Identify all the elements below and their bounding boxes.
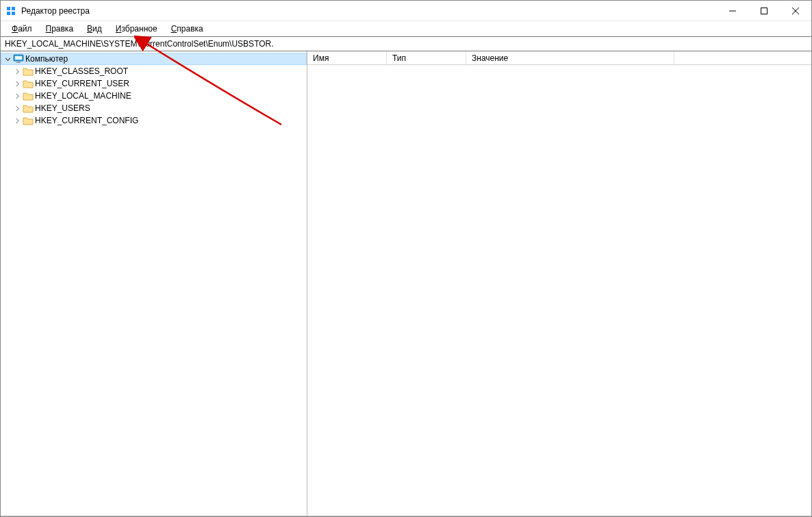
chevron-down-icon[interactable] — [3, 56, 12, 62]
tree-item-label: HKEY_CURRENT_CONFIG — [35, 116, 138, 125]
tree-item-label: HKEY_CURRENT_USER — [35, 79, 129, 88]
tree-item-label: HKEY_LOCAL_MACHINE — [35, 91, 131, 101]
tree-item-label: HKEY_CLASSES_ROOT — [35, 66, 128, 76]
minimize-button[interactable] — [717, 1, 748, 21]
chevron-right-icon[interactable] — [13, 105, 21, 112]
menu-file[interactable]: Файл Файл — [6, 23, 38, 35]
chevron-right-icon[interactable] — [13, 93, 21, 99]
tree-pane[interactable]: Компьютер HKEY_CLASSES_ROOT HKEY_CURRENT… — [1, 51, 307, 516]
column-header-spacer — [674, 51, 811, 64]
window-titlebar: Редактор реестра — [1, 1, 811, 21]
tree-item-hklm[interactable]: HKEY_LOCAL_MACHINE — [10, 90, 307, 102]
tree-item-hkcu[interactable]: HKEY_CURRENT_USER — [10, 77, 307, 90]
values-pane[interactable]: Имя Тип Значение — [307, 51, 811, 516]
svg-rect-0 — [7, 7, 10, 10]
tree-item-hkcc[interactable]: HKEY_CURRENT_CONFIG — [10, 114, 307, 127]
tree-item-label: HKEY_USERS — [35, 103, 90, 113]
window-title: Редактор реестра — [21, 6, 90, 16]
computer-icon — [13, 53, 24, 64]
tree-root-computer[interactable]: Компьютер — [1, 53, 307, 65]
svg-rect-1 — [12, 7, 15, 10]
menu-edit[interactable]: Правка Правка — [40, 23, 79, 35]
menu-view[interactable]: Вид Вид — [81, 23, 107, 35]
svg-rect-5 — [761, 8, 767, 14]
maximize-button[interactable] — [748, 1, 780, 21]
menu-bar: Файл Файл Правка Правка Вид Вид Избранно… — [1, 21, 811, 36]
svg-rect-9 — [15, 56, 22, 60]
chevron-right-icon[interactable] — [13, 81, 21, 87]
close-button[interactable] — [780, 1, 811, 21]
column-header-type[interactable]: Тип — [387, 51, 466, 64]
svg-rect-3 — [12, 12, 15, 15]
folder-icon — [23, 90, 34, 101]
folder-icon — [23, 103, 34, 114]
menu-help[interactable]: Справка Справка — [166, 23, 209, 35]
tree-item-hku[interactable]: HKEY_USERS — [10, 102, 307, 114]
svg-rect-2 — [7, 12, 10, 15]
chevron-right-icon[interactable] — [13, 118, 21, 124]
menu-favorites[interactable]: Избранное Избранное — [110, 23, 163, 35]
folder-icon — [23, 66, 34, 77]
tree-root-label: Компьютер — [25, 54, 68, 64]
window-controls — [717, 1, 811, 21]
list-header: Имя Тип Значение — [307, 51, 811, 65]
column-header-value[interactable]: Значение — [466, 51, 674, 64]
svg-rect-10 — [16, 62, 21, 63]
main-content: Компьютер HKEY_CLASSES_ROOT HKEY_CURRENT… — [1, 51, 811, 516]
address-bar — [1, 36, 811, 51]
folder-icon — [23, 115, 34, 126]
column-header-name[interactable]: Имя — [307, 51, 387, 64]
list-body-empty — [307, 65, 811, 516]
tree-item-hkcr[interactable]: HKEY_CLASSES_ROOT — [10, 65, 307, 77]
chevron-right-icon[interactable] — [13, 68, 21, 75]
folder-icon — [23, 78, 34, 89]
app-icon — [6, 5, 17, 16]
address-input[interactable] — [1, 37, 811, 51]
